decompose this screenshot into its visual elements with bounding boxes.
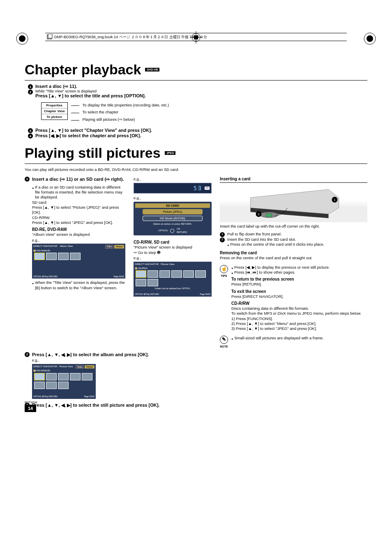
r-step2: Insert the SD card into the SD card slot… — [227, 237, 324, 242]
bdre-sub: "Album View" screen is displayed — [32, 232, 125, 237]
step-1: 1 Insert a disc (⇨ 11). — [28, 84, 367, 89]
corner-mark-tl — [16, 32, 29, 45]
sp-step-2: 2Press [▲, ▼, ◀, ▶] to select the album … — [25, 352, 208, 357]
eg-label: e.g., — [134, 177, 212, 182]
book-header-strip: DMP-BD30EG-RQT9038_eng.book 14 ページ ２００８年… — [45, 33, 347, 41]
album-view-screen: DIRECT NAVIGATOR Album View VideoPicture… — [32, 244, 125, 279]
sp-step-3: 3Press [▲, ▼, ◀, ▶] to select the still … — [25, 402, 208, 408]
cdrw-text2: To switch from the MP3 or DivX menu to J… — [231, 311, 361, 316]
sd-counter-display: 5∃ SD — [134, 183, 212, 193]
rule — [25, 80, 367, 81]
intro-text: You can play still pictures recorded ont… — [25, 167, 367, 172]
small-pic-note: Small-sized still pictures are displayed… — [231, 336, 324, 341]
inserting-card-heading: Inserting a card — [220, 176, 367, 183]
cdrw-goto: ⇨ Go to step ❸ — [134, 250, 212, 255]
cdrw-heading: CD-R/RW, SD card — [134, 240, 212, 245]
note-icon: ✎ NOTE — [220, 336, 228, 348]
note-file-formats: If a disc or an SD card containing data … — [32, 185, 125, 200]
cdrw-heading2: CD-R/RW — [231, 301, 361, 306]
cdrw-instr: CD-R/RW: Press [▲, ▼] to select "JPEG" a… — [32, 215, 125, 226]
eg-label: e.g., — [32, 358, 208, 363]
option-menu-diagram: Properties Chapter View To picture To di… — [41, 102, 367, 124]
opt-picture-jpeg: Picture (JPEG) — [143, 209, 203, 214]
heading-playing-still-pictures: Playing still pictures JPEG — [25, 145, 367, 161]
cdrw-s1: 1) Press [FUNCTIONS]. — [231, 316, 361, 321]
svg-rect-5 — [48, 34, 52, 38]
sd-card-instr: SD card: Press [▲, ▼] to select "Picture… — [32, 200, 125, 215]
return-heading: To return to the previous screen — [231, 276, 361, 282]
cdrw-s2: 2) Press [▲, ▼] to select "Menu" and pre… — [231, 321, 361, 326]
bdre-heading: BD-RE, DVD-RAM — [32, 227, 125, 232]
menu-properties: Properties — [42, 103, 67, 108]
picture-view-screen: DIRECT NAVIGATOR Picture View 📀 CD(JPEG)… — [134, 262, 212, 297]
cdrw-sub: "Picture View" screen is displayed — [134, 245, 212, 250]
step-4: 4Press [◀, ▶] to select the chapter and … — [28, 133, 367, 138]
r-step2b: Press on the centre of the card until it… — [227, 242, 324, 247]
svg-text:1: 1 — [334, 198, 336, 202]
sd-card-menu: SD CARD Picture (JPEG) HD Movie (AVCHD) … — [134, 202, 212, 236]
insert-orientation: Insert the card label up with the cut-of… — [220, 224, 367, 229]
svg-rect-12 — [266, 214, 272, 217]
exit-heading: To exit the screen — [231, 289, 361, 294]
badge-jpeg: JPEG — [165, 151, 176, 155]
cdrw-s3: 3) Press [▲, ▼] to select "JPEG" and pre… — [231, 326, 361, 331]
removing-card-heading: Removing the card — [220, 250, 367, 256]
exit-text: Press [DIRECT NAVIGATOR]. — [231, 294, 361, 299]
svg-point-18 — [19, 35, 25, 42]
sp-step-1: 1 Insert a disc (⇨ 11) or an SD card (⇨ … — [25, 176, 125, 182]
player-diagram: 1 2 — [220, 185, 367, 222]
eg-label: e.g., — [134, 196, 212, 201]
heading-chapter-playback: Chapter playback DVD-VR — [25, 62, 367, 78]
opt-hd-movie: HD Movie (AVCHD) — [143, 216, 203, 221]
return-text: Press [RETURN]. — [231, 282, 361, 287]
badge-dvd-vr: DVD-VR — [145, 68, 159, 71]
r-step1: Pull to flip down the front panel. — [227, 232, 282, 237]
tips-icon: ☝ TIPS — [220, 265, 228, 278]
svg-text:2: 2 — [258, 212, 260, 216]
tip-prev-next: Press [◀, ▶] to display the previous or … — [231, 265, 361, 270]
svg-point-20 — [367, 35, 373, 42]
doc-code: RQT9038 — [25, 401, 37, 404]
page-number: 14 — [25, 405, 36, 412]
rule — [25, 164, 367, 164]
step-2: 2 While "Title View" screen is displayed… — [28, 89, 367, 98]
option-descriptions: To display the title properties (recordi… — [83, 102, 169, 124]
cdrw-text1: Discs containing data in different file … — [231, 306, 361, 311]
corner-mark-tr — [363, 32, 376, 45]
menu-chapter-view: Chapter View — [42, 108, 67, 114]
eg-label: e.g., — [134, 256, 212, 261]
removing-card-text: Press on the centre of the card and pull… — [220, 256, 367, 260]
book-icon — [47, 34, 53, 40]
tip-pages: Press [⏮, ⏭] to show other pages. — [231, 270, 361, 275]
title-view-note: When the "Title View" screen is displaye… — [32, 280, 125, 290]
picture-view-screen-2: DIRECT NAVIGATOR Picture View VideoPictu… — [32, 364, 96, 399]
eg-label: e.g., — [32, 238, 125, 243]
step-3: 3Press [▲, ▼] to select "Chapter View" a… — [28, 128, 367, 133]
option-menu: Properties Chapter View To picture — [41, 102, 68, 120]
callout-lines — [71, 102, 79, 124]
menu-to-picture: To picture — [42, 114, 67, 120]
